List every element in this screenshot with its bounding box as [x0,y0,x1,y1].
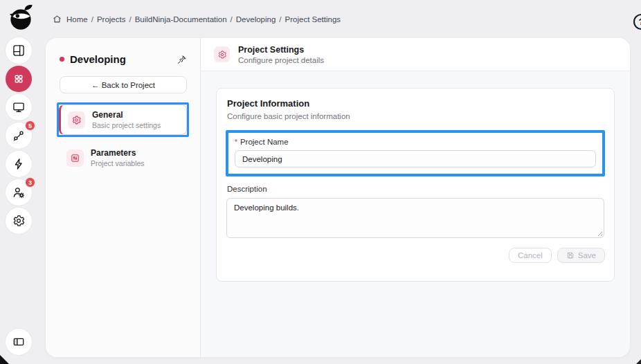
general-gear-icon [68,111,85,129]
breadcrumb-separator: / [279,15,281,24]
project-name-label: *Project Name [235,138,596,146]
sidebar-item-parameters-label: Parameters [91,148,145,158]
page-header: Project Settings Configure project detai… [201,38,630,71]
sidebar-item-parameters[interactable]: Parameters Project variables [60,143,189,172]
card-subtitle: Configure basic project information [227,112,605,120]
rail-actions-button[interactable] [6,151,32,177]
pipeline-badge: 5 [25,120,35,131]
rail-users-button[interactable]: 3 [6,179,32,206]
cancel-button-label: Cancel [518,251,543,260]
project-information-card: Project Information Configure basic proj… [216,88,615,282]
breadcrumb-developing[interactable]: Developing [236,15,276,24]
project-title: Developing [70,53,171,65]
card-title: Project Information [227,98,605,109]
users-badge: 3 [25,177,35,188]
back-to-project-button[interactable]: ← Back to Project [60,76,187,93]
sidebar-collapse-icon [12,335,26,349]
cursor-artifact [0,355,9,364]
description-label: Description [227,185,605,193]
sidebar-item-general-label: General [92,110,161,120]
back-arrow-icon: ← [91,81,100,89]
gear-icon [12,214,26,228]
save-button-label: Save [578,251,596,260]
breadcrumb-projects[interactable]: Projects [97,15,126,24]
save-floppy-icon [566,251,575,260]
project-status-dot [60,57,64,62]
monitor-icon [12,100,26,114]
save-button[interactable]: Save [557,248,605,263]
icon-rail: 5 3 [0,0,46,364]
project-panel-header: Developing [46,38,200,65]
parameters-sliders-icon [66,149,84,167]
breadcrumb-separator: / [91,15,93,24]
breadcrumb-separator: / [129,15,131,24]
help-button[interactable]: ? [633,14,641,30]
pin-icon[interactable] [177,54,188,65]
back-button-label: Back to Project [102,81,155,89]
breadcrumb-buildninja-documentation[interactable]: BuildNinja-Documentation [135,15,227,24]
breadcrumb-project-settings[interactable]: Project Settings [285,15,341,24]
sidebar-item-parameters-description: Project variables [91,159,145,167]
project-panel: Developing ← Back to Project [46,38,201,357]
required-marker: * [235,138,237,146]
project-name-input[interactable] [235,150,596,167]
form-actions: Cancel Save [226,248,605,263]
screen: 5 3 [0,0,641,364]
page-subtitle: Configure project details [238,56,324,64]
topbar: Home / Projects / BuildNinja-Documentati… [46,0,641,38]
lightning-icon [12,157,26,171]
sidebar-item-general-description: Basic project settings [92,121,161,129]
brand-ninja-logo[interactable] [5,3,37,35]
highlight-box-general: General Basic project settings [57,102,189,137]
sidebar-item-general[interactable]: General Basic project settings [59,104,187,135]
rail-pipelines-button[interactable]: 5 [6,122,32,149]
pipeline-icon [12,129,26,143]
rail-projects-button[interactable] [6,66,32,92]
user-settings-icon [12,185,26,199]
highlight-box-project-name: *Project Name [226,130,605,176]
dashboard-icon [12,44,26,57]
description-textarea[interactable]: Developing builds. [226,198,604,238]
app-panel: Developing ← Back to Project [46,38,630,357]
rail-agents-button[interactable] [6,94,32,120]
rail-dashboard-button[interactable] [6,37,32,64]
breadcrumb: Home / Projects / BuildNinja-Documentati… [46,15,341,24]
page-title: Project Settings [238,45,324,55]
breadcrumb-separator: / [231,15,233,24]
rail-settings-button[interactable] [6,208,32,234]
projects-grid-icon [12,72,26,86]
main-content: Project Settings Configure project detai… [201,38,630,357]
cancel-button[interactable]: Cancel [509,248,552,263]
page-header-gear-icon [214,46,230,62]
rail-collapse-button[interactable] [6,329,32,355]
breadcrumb-home[interactable]: Home [66,15,88,24]
cursor-artifact [636,359,641,364]
home-icon [53,15,62,24]
